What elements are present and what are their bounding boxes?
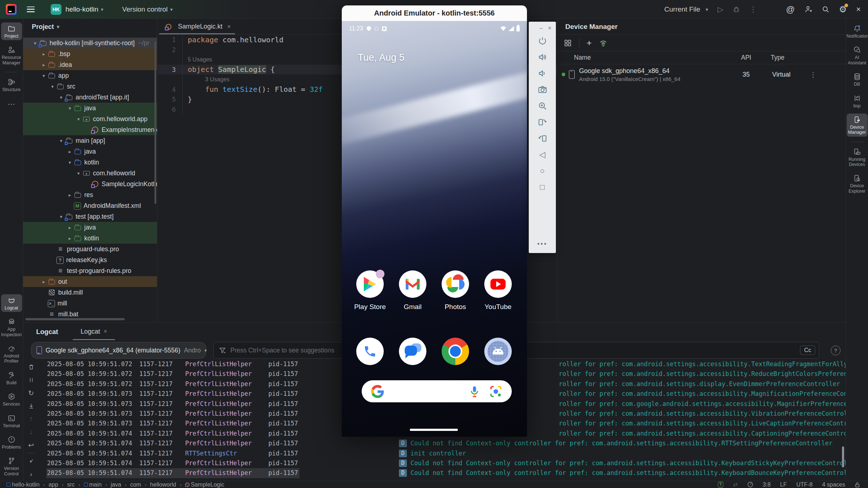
tree-row[interactable]: ▸ out: [23, 276, 157, 287]
breadcrumb-item[interactable]: › com: [123, 481, 141, 488]
power-icon[interactable]: [538, 33, 547, 49]
project-name[interactable]: hello-kotlin: [65, 5, 98, 13]
horizontal-scrollbar[interactable]: [25, 318, 125, 320]
add-device-icon[interactable]: +: [587, 39, 592, 47]
logcat-device-selector[interactable]: Google sdk_gphone64_x86_64 (emulator-555…: [31, 342, 206, 359]
tree-chevron-icon[interactable]: ▾: [75, 116, 82, 122]
tree-row[interactable]: SampleLogicInKotlin: [23, 179, 157, 189]
settings-gear-icon[interactable]: ⚙: [839, 5, 847, 14]
tree-row[interactable]: ▾ src: [23, 81, 157, 92]
tree-chevron-icon[interactable]: ▾: [40, 73, 48, 78]
tree-row[interactable]: ▾ com.helloworld.app: [23, 114, 157, 124]
log-row[interactable]: 2025-08-05 10:59:51.074 1157-1217 PrefCt…: [39, 458, 846, 468]
breadcrumb-item[interactable]: › src: [60, 481, 75, 488]
more-actions-button[interactable]: ⋮: [749, 5, 757, 13]
tree-chevron-icon[interactable]: ▸: [40, 279, 48, 284]
tree-chevron-icon[interactable]: ▸: [66, 149, 74, 154]
tree-row[interactable]: >_ mill: [23, 298, 157, 309]
sidebar-item-bsp[interactable]: bsp: [847, 92, 868, 110]
zoom-icon[interactable]: [538, 98, 547, 114]
log-row[interactable]: 2025-08-05 10:59:51.074 1157-1217 RTTSet…: [39, 449, 846, 458]
vertical-scrollbar[interactable]: [842, 446, 844, 467]
tree-chevron-icon[interactable]: ▾: [57, 214, 65, 219]
restart-logcat-icon[interactable]: ↻: [23, 386, 39, 399]
tree-chevron-icon[interactable]: ▾: [66, 160, 74, 165]
sidebar-item-android-profiler[interactable]: Android Profiler: [1, 342, 22, 365]
tree-row[interactable]: ▸ .bsp: [23, 48, 157, 59]
more-emulator-actions-icon[interactable]: •••: [537, 240, 548, 248]
sidebar-item-running-devices[interactable]: Running Devices: [847, 146, 868, 169]
project-panel-title[interactable]: Project: [32, 23, 54, 31]
emulator-window-title[interactable]: Android Emulator - kotlin-test:5556: [342, 5, 527, 21]
breadcrumb-item[interactable]: › helloworld: [142, 481, 176, 488]
expand-icon[interactable]: ›: [23, 468, 39, 481]
log-row[interactable]: 2025-08-05 10:59:51.074 1157-1217 PrefCt…: [39, 468, 846, 478]
add-user-icon[interactable]: [804, 5, 812, 13]
breadcrumb-item[interactable]: › app: [41, 481, 58, 488]
next-occurrence-icon[interactable]: ↓: [23, 425, 39, 438]
window-close-icon[interactable]: ×: [856, 5, 861, 13]
app-youtube[interactable]: YouTube: [477, 270, 519, 311]
sidebar-item-notifications[interactable]: Notifications: [847, 22, 868, 40]
usages-hint[interactable]: 3 Usages: [183, 76, 230, 83]
device-grid-icon[interactable]: [564, 39, 572, 47]
tree-row[interactable]: ▾ java: [23, 103, 157, 114]
tree-row[interactable]: ▸ java: [23, 146, 157, 157]
vcs-widget[interactable]: Version control: [122, 5, 168, 13]
sidebar-item-resource-manager[interactable]: Resource Manager: [1, 44, 22, 67]
app-play-store[interactable]: Play Store: [349, 270, 391, 311]
breadcrumb-item[interactable]: › hello-kotlin: [7, 481, 39, 488]
soft-wrap-icon[interactable]: ↩: [23, 438, 39, 451]
clear-logcat-icon[interactable]: [23, 360, 39, 373]
caret-position[interactable]: 3:8: [763, 481, 771, 488]
breadcrumb-item[interactable]: › SampleLogic: [178, 481, 224, 488]
tree-chevron-icon[interactable]: ▸: [66, 192, 74, 198]
sidebar-item-problems[interactable]: Problems: [1, 433, 22, 451]
sidebar-item-device-manager[interactable]: Device Manager: [847, 114, 868, 137]
project-avatar[interactable]: HK: [51, 4, 61, 15]
ai-assistant-icon[interactable]: @: [786, 5, 795, 14]
bsp-sync-icon[interactable]: ⇄: [733, 481, 737, 488]
tree-row[interactable]: ≡ proguard-rules.pro: [23, 244, 157, 254]
sidebar-item-app-inspection[interactable]: App Inspection: [1, 316, 22, 339]
home-icon[interactable]: ○: [540, 163, 545, 179]
emulator-close-icon[interactable]: ×: [548, 25, 552, 32]
rotate-right-icon[interactable]: [538, 130, 547, 146]
sidebar-item-device-explorer[interactable]: Device Explorer: [847, 172, 868, 195]
sidebar-item-more[interactable]: ⋯: [1, 98, 22, 110]
breadcrumb-item[interactable]: › main: [76, 481, 102, 488]
tree-row[interactable]: M AndroidManifest.xml: [23, 200, 157, 211]
tree-chevron-icon[interactable]: ▸: [66, 236, 74, 241]
app-photos[interactable]: Photos: [434, 270, 477, 311]
google-search-bar[interactable]: [362, 380, 512, 402]
sidebar-item-version-control[interactable]: Version Control: [1, 455, 22, 478]
tree-chevron-icon[interactable]: ▾: [48, 84, 56, 89]
memory-indicator-icon[interactable]: [747, 481, 753, 488]
app-sdk-setup[interactable]: [477, 338, 519, 365]
tree-row[interactable]: ▾ hello-kotlin [mill-synthetic-root] ~/p…: [23, 38, 157, 48]
search-icon[interactable]: [822, 5, 830, 13]
sidebar-item-db[interactable]: DB: [847, 70, 868, 88]
jump-to-end-icon[interactable]: [23, 455, 39, 468]
column-name[interactable]: Name: [557, 54, 741, 61]
emulator-minimize-icon[interactable]: –: [540, 25, 543, 32]
pause-logcat-icon[interactable]: [23, 373, 39, 386]
debug-button[interactable]: [733, 6, 740, 13]
truncation-indicator[interactable]: T: [718, 481, 724, 488]
camera-icon[interactable]: [538, 81, 547, 98]
file-encoding[interactable]: UTF-8: [796, 481, 813, 488]
tree-row[interactable]: ▾ test [app.test]: [23, 211, 157, 222]
tree-chevron-icon[interactable]: ▸: [66, 225, 74, 230]
tree-chevron-icon[interactable]: ▾: [57, 95, 65, 100]
match-case-toggle[interactable]: Cc: [800, 346, 815, 355]
tab-logcat[interactable]: Logcat ×: [78, 323, 110, 340]
pair-wifi-icon[interactable]: [599, 39, 608, 47]
app-chrome[interactable]: [434, 338, 477, 365]
log-row[interactable]: 2025-08-05 10:59:51.074 1157-1217 PrefCt…: [39, 438, 846, 448]
run-button[interactable]: ▷: [718, 5, 723, 13]
sidebar-item-services[interactable]: Services: [1, 390, 22, 408]
home-date-widget[interactable]: Tue, Aug 5: [358, 52, 405, 63]
tree-chevron-icon[interactable]: ▾: [66, 106, 74, 111]
tab-close-icon[interactable]: ×: [227, 23, 231, 30]
sidebar-item-project[interactable]: Project: [1, 22, 22, 40]
